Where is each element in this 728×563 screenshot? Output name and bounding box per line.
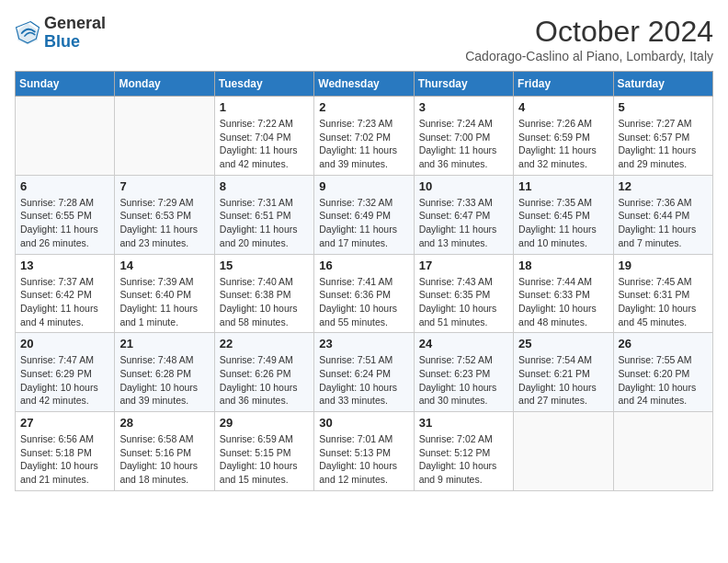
day-number: 17 bbox=[419, 259, 508, 272]
day-info: Sunrise: 7:27 AMSunset: 6:57 PMDaylight:… bbox=[619, 117, 708, 171]
day-info: Sunrise: 7:54 AMSunset: 6:21 PMDaylight:… bbox=[518, 353, 608, 408]
week-row-2: 6Sunrise: 7:28 AMSunset: 6:55 PMDaylight… bbox=[16, 175, 713, 254]
day-info: Sunrise: 7:48 AMSunset: 6:28 PMDaylight:… bbox=[119, 353, 209, 408]
day-info: Sunrise: 7:49 AMSunset: 6:26 PMDaylight:… bbox=[220, 353, 309, 408]
day-number: 28 bbox=[119, 416, 209, 430]
calendar-cell: 13Sunrise: 7:37 AMSunset: 6:42 PMDayligh… bbox=[16, 254, 115, 333]
day-info: Sunrise: 7:23 AMSunset: 7:02 PMDaylight:… bbox=[319, 117, 408, 171]
day-info: Sunrise: 7:26 AMSunset: 6:59 PMDaylight:… bbox=[518, 117, 608, 171]
calendar-cell: 6Sunrise: 7:28 AMSunset: 6:55 PMDaylight… bbox=[16, 175, 115, 254]
calendar-cell: 22Sunrise: 7:49 AMSunset: 6:26 PMDayligh… bbox=[214, 333, 313, 412]
day-info: Sunrise: 7:43 AMSunset: 6:35 PMDaylight:… bbox=[419, 275, 508, 329]
day-number: 31 bbox=[419, 416, 508, 430]
calendar-cell: 27Sunrise: 6:56 AMSunset: 5:18 PMDayligh… bbox=[16, 412, 115, 491]
day-number: 20 bbox=[20, 337, 109, 350]
calendar-cell bbox=[115, 97, 214, 176]
day-number: 9 bbox=[319, 179, 408, 193]
day-info: Sunrise: 7:45 AMSunset: 6:31 PMDaylight:… bbox=[619, 275, 708, 329]
day-header-friday: Friday bbox=[514, 72, 613, 97]
day-info: Sunrise: 7:37 AMSunset: 6:42 PMDaylight:… bbox=[20, 275, 109, 329]
day-number: 23 bbox=[319, 337, 408, 350]
calendar-cell: 23Sunrise: 7:51 AMSunset: 6:24 PMDayligh… bbox=[314, 333, 414, 412]
day-number: 15 bbox=[220, 259, 309, 272]
day-info: Sunrise: 7:28 AMSunset: 6:55 PMDaylight:… bbox=[20, 196, 109, 250]
day-info: Sunrise: 7:47 AMSunset: 6:29 PMDaylight:… bbox=[20, 353, 109, 408]
day-header-monday: Monday bbox=[115, 72, 214, 97]
day-number: 22 bbox=[220, 337, 309, 350]
day-number: 6 bbox=[20, 179, 109, 193]
logo-text: General Blue bbox=[44, 15, 106, 52]
day-headers-row: SundayMondayTuesdayWednesdayThursdayFrid… bbox=[16, 72, 713, 97]
calendar-cell: 25Sunrise: 7:54 AMSunset: 6:21 PMDayligh… bbox=[514, 333, 613, 412]
calendar-cell: 30Sunrise: 7:01 AMSunset: 5:13 PMDayligh… bbox=[314, 412, 414, 491]
day-number: 3 bbox=[419, 100, 508, 114]
week-row-4: 20Sunrise: 7:47 AMSunset: 6:29 PMDayligh… bbox=[16, 333, 713, 412]
month-title: October 2024 bbox=[465, 15, 713, 49]
day-info: Sunrise: 7:29 AMSunset: 6:53 PMDaylight:… bbox=[119, 196, 209, 250]
day-header-wednesday: Wednesday bbox=[314, 72, 414, 97]
day-number: 14 bbox=[119, 259, 209, 272]
day-info: Sunrise: 7:44 AMSunset: 6:33 PMDaylight:… bbox=[518, 275, 608, 329]
week-row-3: 13Sunrise: 7:37 AMSunset: 6:42 PMDayligh… bbox=[16, 254, 713, 333]
calendar-cell bbox=[613, 412, 712, 491]
calendar-cell: 24Sunrise: 7:52 AMSunset: 6:23 PMDayligh… bbox=[414, 333, 513, 412]
day-number: 27 bbox=[20, 416, 109, 430]
day-info: Sunrise: 7:32 AMSunset: 6:49 PMDaylight:… bbox=[319, 196, 408, 250]
day-number: 21 bbox=[119, 337, 209, 350]
day-info: Sunrise: 7:33 AMSunset: 6:47 PMDaylight:… bbox=[419, 196, 508, 250]
day-info: Sunrise: 7:24 AMSunset: 7:00 PMDaylight:… bbox=[419, 117, 508, 171]
day-info: Sunrise: 7:02 AMSunset: 5:12 PMDaylight:… bbox=[419, 432, 508, 487]
calendar-cell: 12Sunrise: 7:36 AMSunset: 6:44 PMDayligh… bbox=[613, 175, 712, 254]
day-number: 5 bbox=[619, 100, 708, 114]
calendar-cell: 1Sunrise: 7:22 AMSunset: 7:04 PMDaylight… bbox=[214, 97, 313, 176]
calendar-cell bbox=[16, 97, 115, 176]
day-info: Sunrise: 7:52 AMSunset: 6:23 PMDaylight:… bbox=[419, 353, 508, 408]
calendar-cell: 19Sunrise: 7:45 AMSunset: 6:31 PMDayligh… bbox=[613, 254, 712, 333]
week-row-1: 1Sunrise: 7:22 AMSunset: 7:04 PMDaylight… bbox=[16, 97, 713, 176]
calendar-cell: 18Sunrise: 7:44 AMSunset: 6:33 PMDayligh… bbox=[514, 254, 613, 333]
day-info: Sunrise: 7:41 AMSunset: 6:36 PMDaylight:… bbox=[319, 275, 408, 329]
day-number: 26 bbox=[619, 337, 708, 350]
day-header-sunday: Sunday bbox=[16, 72, 115, 97]
logo-icon bbox=[15, 20, 40, 46]
calendar-cell: 14Sunrise: 7:39 AMSunset: 6:40 PMDayligh… bbox=[115, 254, 214, 333]
day-number: 25 bbox=[518, 337, 608, 350]
day-number: 16 bbox=[319, 259, 408, 272]
day-header-thursday: Thursday bbox=[414, 72, 513, 97]
day-info: Sunrise: 7:40 AMSunset: 6:38 PMDaylight:… bbox=[220, 275, 309, 329]
calendar-cell: 20Sunrise: 7:47 AMSunset: 6:29 PMDayligh… bbox=[16, 333, 115, 412]
day-number: 8 bbox=[220, 179, 309, 193]
page-header: General Blue October 2024 Cadorago-Casli… bbox=[15, 15, 713, 63]
day-header-saturday: Saturday bbox=[613, 72, 712, 97]
day-number: 18 bbox=[518, 259, 608, 272]
calendar-cell: 11Sunrise: 7:35 AMSunset: 6:45 PMDayligh… bbox=[514, 175, 613, 254]
calendar-cell: 2Sunrise: 7:23 AMSunset: 7:02 PMDaylight… bbox=[314, 97, 414, 176]
day-info: Sunrise: 6:58 AMSunset: 5:16 PMDaylight:… bbox=[119, 432, 209, 487]
logo: General Blue bbox=[15, 15, 106, 52]
day-number: 11 bbox=[518, 179, 608, 193]
day-info: Sunrise: 7:36 AMSunset: 6:44 PMDaylight:… bbox=[619, 196, 708, 250]
calendar-cell: 3Sunrise: 7:24 AMSunset: 7:00 PMDaylight… bbox=[414, 97, 513, 176]
title-block: October 2024 Cadorago-Caslino al Piano, … bbox=[465, 15, 713, 63]
calendar-cell: 9Sunrise: 7:32 AMSunset: 6:49 PMDaylight… bbox=[314, 175, 414, 254]
day-number: 1 bbox=[220, 100, 309, 114]
calendar-cell: 8Sunrise: 7:31 AMSunset: 6:51 PMDaylight… bbox=[214, 175, 313, 254]
day-number: 24 bbox=[419, 337, 508, 350]
day-number: 30 bbox=[319, 416, 408, 430]
day-number: 7 bbox=[119, 179, 209, 193]
day-number: 29 bbox=[220, 416, 309, 430]
calendar-cell: 15Sunrise: 7:40 AMSunset: 6:38 PMDayligh… bbox=[214, 254, 313, 333]
day-info: Sunrise: 7:22 AMSunset: 7:04 PMDaylight:… bbox=[220, 117, 309, 171]
calendar-cell bbox=[514, 412, 613, 491]
day-header-tuesday: Tuesday bbox=[214, 72, 313, 97]
calendar-header: SundayMondayTuesdayWednesdayThursdayFrid… bbox=[16, 72, 713, 97]
calendar-cell: 4Sunrise: 7:26 AMSunset: 6:59 PMDaylight… bbox=[514, 97, 613, 176]
day-info: Sunrise: 7:39 AMSunset: 6:40 PMDaylight:… bbox=[119, 275, 209, 329]
day-number: 12 bbox=[619, 179, 708, 193]
day-info: Sunrise: 7:51 AMSunset: 6:24 PMDaylight:… bbox=[319, 353, 408, 408]
week-row-5: 27Sunrise: 6:56 AMSunset: 5:18 PMDayligh… bbox=[16, 412, 713, 491]
day-info: Sunrise: 7:31 AMSunset: 6:51 PMDaylight:… bbox=[220, 196, 309, 250]
day-info: Sunrise: 6:59 AMSunset: 5:15 PMDaylight:… bbox=[220, 432, 309, 487]
day-number: 2 bbox=[319, 100, 408, 114]
day-number: 10 bbox=[419, 179, 508, 193]
